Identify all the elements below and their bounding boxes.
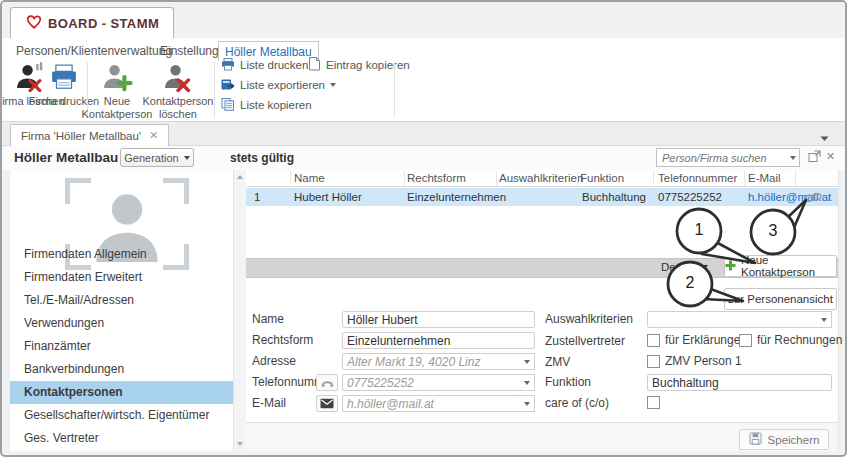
auswahlkriterien-field[interactable]: [647, 311, 817, 328]
fuer-rechnungen-checkbox[interactable]: [739, 334, 752, 347]
zmv-person-1-checkbox-label: ZMV Person 1: [665, 354, 742, 369]
row-funktion: Buchhaltung: [582, 188, 646, 206]
kontaktperson-loeschen-label: Kontaktperson löschen: [133, 95, 223, 120]
column-header-email[interactable]: E-Mail: [748, 170, 781, 187]
row-name: Hubert Höller: [294, 188, 362, 206]
column-separator: [653, 171, 654, 186]
copy-icon: [221, 98, 235, 113]
zustellvertreter-label: Zustellvertreter: [545, 333, 625, 350]
adresse-dropdown-icon[interactable]: [519, 353, 535, 370]
app-tab[interactable]: BOARD - STAMM: [10, 7, 174, 38]
chevron-down-icon: [184, 156, 190, 160]
liste-drucken-button[interactable]: Liste drucken: [221, 57, 308, 73]
telefonnummer-dropdown-icon[interactable]: [519, 374, 535, 391]
auswahlkriterien-label: Auswahlkriterien: [545, 311, 633, 328]
zur-personenansicht-button[interactable]: zur Personenansicht: [724, 288, 837, 310]
sidebar-item-finanzaemter[interactable]: Finanzämter: [10, 335, 233, 358]
details-label-text: Details: [661, 261, 696, 273]
adresse-label: Adresse: [252, 353, 296, 370]
adresse-field[interactable]: [342, 353, 520, 370]
liste-kopieren-button[interactable]: Liste kopieren: [221, 97, 312, 113]
column-separator: [577, 171, 578, 186]
ribbon-tab-personen[interactable]: Personen/Klientenverwaltung: [10, 41, 178, 61]
search-input[interactable]: [657, 149, 781, 166]
scroll-up-icon[interactable]: [237, 175, 243, 179]
document-tab-firma-hoeller[interactable]: Firma 'Höller Metallbau' ✕: [10, 124, 169, 146]
search-dropdown-icon[interactable]: [790, 156, 796, 160]
close-icon[interactable]: ✕: [826, 150, 835, 163]
sidebar-item-tel-email-adressen[interactable]: Tel./E-Mail/Adressen: [10, 289, 233, 312]
sidebar-item-firmendaten-erweitert[interactable]: Firmendaten Erweitert: [10, 266, 233, 289]
fuer-erklaerungen-checkbox-label: für Erklärungen: [665, 333, 747, 348]
app-window: BOARD - STAMM Personen/Klientenverwaltun…: [0, 0, 847, 457]
sidebar-item-verwendungen[interactable]: Verwendungen: [10, 312, 233, 335]
column-header-funktion[interactable]: Funktion: [580, 170, 624, 187]
email-field[interactable]: [342, 395, 520, 412]
main-scrollbar[interactable]: [838, 170, 847, 451]
close-icon[interactable]: ✕: [149, 129, 158, 142]
chevron-down-icon[interactable]: [820, 131, 829, 145]
save-icon: [749, 432, 762, 447]
sidebar-item-bankverbindungen[interactable]: Bankverbindungen: [10, 358, 233, 381]
sidebar-item-ges-vertreter[interactable]: Ges. Vertreter: [10, 427, 233, 450]
sidebar-item-gesellschafter[interactable]: Gesellschafter/wirtsch. Eigentümer: [10, 404, 233, 427]
column-header-auswahlkriterien[interactable]: Auswahlkriterien: [499, 170, 583, 187]
bracket-corner: [65, 178, 91, 204]
open-in-window-icon[interactable]: [808, 150, 821, 166]
row-telefonnummer: 0775225252: [658, 188, 722, 206]
neue-kontaktperson-button-label: Neue Kontaktperson: [741, 254, 836, 278]
validity-label: stets gültig: [230, 151, 294, 165]
liste-exportieren-button[interactable]: Liste exportieren: [221, 77, 336, 93]
fuer-rechnungen-checkbox-label: für Rechnungen: [757, 333, 842, 348]
liste-exportieren-label: Liste exportieren: [240, 79, 325, 91]
plus-icon: [725, 260, 736, 273]
fuer-erklaerungen-checkbox[interactable]: [647, 334, 660, 347]
page-copy-icon: [308, 57, 321, 73]
document-tab-label: Firma 'Höller Metallbau': [21, 130, 141, 142]
ribbon-separator: [214, 62, 215, 118]
app-tab-strip: BOARD - STAMM: [2, 2, 845, 38]
document-tab-row: Firma 'Höller Metallbau' ✕: [2, 122, 845, 146]
column-separator: [496, 171, 497, 186]
generation-button[interactable]: Generation: [120, 148, 194, 167]
eintrag-kopieren-label: Eintrag kopieren: [326, 59, 410, 71]
table-row[interactable]: 1 Hubert Höller Einzelunternehmen Buchha…: [246, 188, 838, 206]
zmv-person-1-checkbox[interactable]: [647, 355, 660, 368]
column-header-telefonnummer[interactable]: Telefonnummer: [658, 170, 737, 187]
phone-icon[interactable]: [316, 374, 338, 391]
sidebar-scrollbar[interactable]: [233, 170, 246, 451]
sidebar-item-kontaktpersonen[interactable]: Kontaktpersonen: [10, 381, 233, 404]
export-icon: [221, 78, 235, 93]
ribbon-separator: [394, 62, 395, 118]
person-delete-icon: [133, 60, 223, 92]
printer-small-icon: [221, 58, 235, 73]
telefonnummer-field[interactable]: [342, 374, 520, 391]
rechtsform-label: Rechtsform: [252, 332, 313, 349]
speichern-button-label: Speichern: [768, 434, 820, 446]
funktion-field[interactable]: [647, 374, 832, 391]
funktion-label: Funktion: [545, 374, 591, 391]
neue-kontaktperson-button[interactable]: Neue Kontaktperson: [724, 255, 837, 277]
liste-drucken-label: Liste drucken: [240, 59, 308, 71]
bracket-corner: [163, 178, 189, 204]
column-header-name[interactable]: Name: [294, 170, 325, 187]
email-label: E-Mail: [252, 395, 286, 412]
header-band: Höller Metallbau Generation stets gültig…: [2, 146, 845, 170]
rechtsform-field[interactable]: [342, 332, 535, 349]
auswahlkriterien-dropdown-icon[interactable]: [816, 311, 832, 328]
generation-label: Generation: [124, 152, 178, 164]
heart-logo-icon: [25, 13, 43, 34]
page-title: Höller Metallbau: [14, 150, 118, 165]
chevron-down-icon: [330, 83, 336, 87]
scroll-down-icon[interactable]: [237, 442, 243, 446]
kontaktperson-loeschen-button[interactable]: Kontaktperson löschen: [133, 60, 223, 120]
ribbon: Personen/Klientenverwaltung Einstellunge…: [2, 38, 845, 122]
sidebar-item-firmendaten-allgemein[interactable]: Firmendaten Allgemein: [10, 243, 233, 266]
link-chain-icon[interactable]: [803, 192, 823, 206]
careof-checkbox[interactable]: [647, 396, 660, 409]
speichern-button[interactable]: Speichern: [739, 429, 829, 450]
name-field[interactable]: [342, 311, 535, 328]
column-header-rechtsform[interactable]: Rechtsform: [407, 170, 466, 187]
email-dropdown-icon[interactable]: [519, 395, 535, 412]
envelope-icon[interactable]: [316, 395, 338, 412]
